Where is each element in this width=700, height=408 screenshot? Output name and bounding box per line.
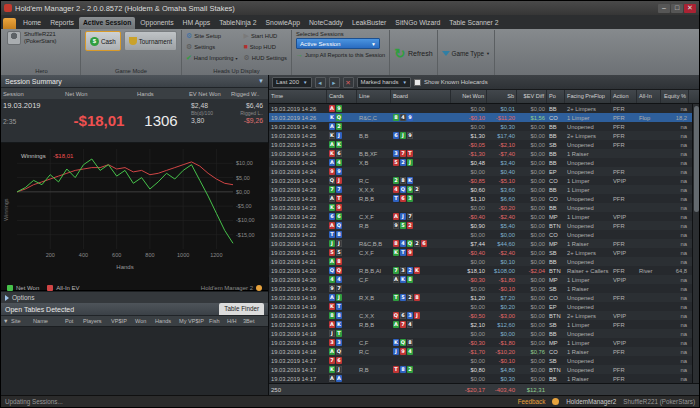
- options-bar[interactable]: Options: [1, 291, 268, 303]
- open-tables-col-vpip[interactable]: VP$IP: [109, 318, 133, 324]
- open-tables-col-hh[interactable]: H/H: [225, 318, 241, 324]
- jump-all-reports-button[interactable]: → Jump All Reports to this Session: [296, 51, 385, 59]
- ribbon-tab-hm-apps[interactable]: HM Apps: [179, 17, 215, 29]
- filter-icon[interactable]: ▼: [1, 318, 9, 324]
- refresh-button[interactable]: ↻ Refresh: [394, 47, 432, 60]
- open-tables-col-myvpip[interactable]: My VP$IP: [177, 318, 207, 324]
- hand-row[interactable]: 19.03.2019 14:24QJR,C28K-$0,85-$5,10$0,0…: [269, 176, 692, 185]
- hands-col-time[interactable]: Time: [269, 90, 327, 103]
- hands-col-line[interactable]: Line: [357, 90, 391, 103]
- next-icon[interactable]: ▸: [329, 77, 340, 88]
- open-tables-col-hands[interactable]: Hands: [153, 318, 177, 324]
- start-hud-button[interactable]: ▶Start HUD: [244, 31, 287, 41]
- prev-icon[interactable]: ◂: [315, 77, 326, 88]
- hud-settings-button[interactable]: ⚙HUD Settings: [244, 53, 287, 63]
- hands-col-action[interactable]: Action: [611, 90, 637, 103]
- ribbon-tab-reports[interactable]: Reports: [46, 17, 78, 29]
- hand-row[interactable]: 19.03.2019 14:2499$0,00$0,40$0,00EPUnope…: [269, 167, 692, 176]
- hands-col-sb[interactable]: Sb: [487, 90, 517, 103]
- app-menu-button[interactable]: [3, 18, 16, 29]
- hand-row[interactable]: 19.03.2019 14:26A9$0,00$0,01$0,00BB2+ Li…: [269, 104, 692, 113]
- hands-col-po[interactable]: Po: [547, 90, 565, 103]
- hero-selector[interactable]: ShuffleR221 (PokerStars): [24, 31, 76, 44]
- game-type-dropdown[interactable]: Game Type ▼: [442, 50, 490, 57]
- ribbon-tab-opponents[interactable]: Opponents: [136, 17, 177, 29]
- cash-button[interactable]: $ Cash: [85, 31, 121, 51]
- hand-row[interactable]: 19.03.2019 14:2155C,X,FKT9-$0,40-$2,40$0…: [269, 248, 692, 257]
- hand-row[interactable]: 19.03.2019 14:21JJR&C,B,B84Q26$7,44$44,6…: [269, 239, 692, 248]
- hand-row[interactable]: 19.03.2019 14:25K6B,B,XF37T-$1,30-$7,40$…: [269, 149, 692, 158]
- table-finder-tab[interactable]: Table Finder: [219, 303, 264, 315]
- hand-row[interactable]: 19.03.2019 14:18JT$0,00$0,00$0,00BBUnope…: [269, 329, 692, 338]
- hand-row[interactable]: 19.03.2019 14:18AQR,CJ94-$1,70-$10,20$0,…: [269, 347, 692, 356]
- ribbon-tab-snowieapp[interactable]: SnowieApp: [262, 17, 304, 29]
- hands-col-equity-[interactable]: Equity %: [661, 90, 689, 103]
- marked-hands-dropdown[interactable]: Marked hands▼: [357, 77, 412, 88]
- ribbon-tab-notecaddy[interactable]: NoteCaddy: [305, 17, 347, 29]
- ribbon-tab-sitngo-wizard[interactable]: SitNGo Wizard: [391, 17, 444, 29]
- hands-col-cards[interactable]: Cards: [327, 90, 357, 103]
- hand-row[interactable]: 19.03.2019 14:19AKR,B,BA74$2,10$12,60$0,…: [269, 320, 692, 329]
- hand-importing-button[interactable]: ✔Hand Importing▾: [186, 53, 238, 63]
- hand-row[interactable]: 19.03.2019 14:25KJB,B6J9$1,30$17,40$0,00…: [269, 131, 692, 140]
- hand-row[interactable]: 19.03.2019 14:17KJR,BT82$0,80$4,80$0,00B…: [269, 365, 692, 374]
- ribbon-tab-table-scanner-2[interactable]: Table Scanner 2: [445, 17, 502, 29]
- maximize-button[interactable]: □: [671, 4, 683, 13]
- hand-row[interactable]: 19.03.2019 14:20QQR,B,B,AI732K$18,10$108…: [269, 266, 692, 275]
- close-button[interactable]: ✕: [684, 4, 696, 13]
- ribbon-tab-home[interactable]: Home: [19, 17, 45, 29]
- stop-hud-button[interactable]: ■Stop HUD: [244, 42, 287, 52]
- hand-row[interactable]: 19.03.2019 14:1833C,FKQ8-$0,30-$1,80$0,0…: [269, 338, 692, 347]
- hands-col--ev-diff[interactable]: $EV Diff: [517, 90, 547, 103]
- tournament-button[interactable]: Tournament: [124, 31, 177, 51]
- hand-row[interactable]: 19.03.2019 14:2266C,X,FAJ7-$0,40-$2,40$0…: [269, 212, 692, 221]
- settings-button[interactable]: ⚙Settings: [186, 42, 238, 52]
- open-tables-col-site[interactable]: Site: [9, 318, 31, 324]
- feedback-link[interactable]: Feedback: [518, 398, 546, 405]
- open-tables-col-won[interactable]: Won: [133, 318, 153, 324]
- hands-grid-header: TimeCardsLineBoardNet WonSb$EV DiffPoFac…: [269, 90, 699, 104]
- vertical-scrollbar[interactable]: [692, 104, 699, 383]
- last-hands-dropdown[interactable]: Last 200▼: [272, 77, 312, 88]
- hand-row[interactable]: 19.03.2019 14:21A8$0,00$0,10$0,00BBUnope…: [269, 257, 692, 266]
- hand-row[interactable]: 19.03.2019 14:26A2$0,00$0,30$0,00BBUnope…: [269, 122, 692, 131]
- hands-col-board[interactable]: Board: [391, 90, 451, 103]
- hands-col-all-in[interactable]: All-In: [637, 90, 661, 103]
- hand-row[interactable]: 19.03.2019 14:23K9$0,00-$0,20$0,00BBUnop…: [269, 203, 692, 212]
- site-setup-button[interactable]: ⚙Site Setup: [186, 31, 238, 41]
- hand-row[interactable]: 19.03.2019 14:23ATR,B,BT63$1,10$6,60$0,0…: [269, 194, 692, 203]
- hand-row[interactable]: 19.03.2019 14:2044C,FAK8-$0,30-$1,80$0,0…: [269, 275, 692, 284]
- minimize-button[interactable]: –: [658, 4, 670, 13]
- ribbon-tab-active-session[interactable]: Active Session: [79, 17, 135, 29]
- card: T: [407, 150, 413, 157]
- hand-row[interactable]: 19.03.2019 14:24A4X,B52J$0,48$3,40$0,00B…: [269, 158, 692, 167]
- hand-row[interactable]: 19.03.2019 14:25AK-$0,05-$2,10$0,00SBUno…: [269, 140, 692, 149]
- hand-row[interactable]: 19.03.2019 14:26KQR&C,C849-$0,10-$11,20$…: [269, 113, 692, 122]
- hands-col-net-won[interactable]: Net Won: [451, 90, 487, 103]
- open-tables-col-fish[interactable]: Fish: [207, 318, 225, 324]
- hand-row[interactable]: 19.03.2019 14:19AJR,X,BT528$1,20$7,20$0,…: [269, 293, 692, 302]
- summary-row[interactable]: 19.03.2019 2:35 -$18,01 1306 $2,48 $6,46…: [1, 99, 268, 143]
- hand-row[interactable]: 19.03.2019 14:22AQR,B952$0,90$5,40$0,00B…: [269, 221, 692, 230]
- session-summary-header[interactable]: Session Summary ▼: [1, 75, 268, 88]
- ribbon-tab-leakbuster[interactable]: LeakBuster: [348, 17, 390, 29]
- hand-row[interactable]: 19.03.2019 14:2097$0,00-$0,10$0,00SB1 Ra…: [269, 284, 692, 293]
- ribbon-tab-tableninja-2[interactable]: TableNinja 2: [215, 17, 260, 29]
- hand-row[interactable]: 19.03.2019 14:22T8$0,00$0,00$0,00COUnope…: [269, 230, 692, 239]
- open-tables-col-name[interactable]: Name: [31, 318, 63, 324]
- scrollbar-thumb[interactable]: [694, 106, 699, 212]
- hand-row[interactable]: 19.03.2019 14:19KT$0,00$0,20$0,00EPUnope…: [269, 302, 692, 311]
- show-holecards-checkbox[interactable]: [414, 79, 421, 86]
- session-dropdown[interactable]: Active Session▼: [296, 38, 380, 49]
- open-tables-col-pot[interactable]: Pot: [63, 318, 81, 324]
- hand-row[interactable]: 19.03.2019 14:1988C,X,XQ63J-$0,50-$3,00$…: [269, 311, 692, 320]
- card: Q: [329, 177, 335, 184]
- open-tables-col-players[interactable]: Players: [81, 318, 109, 324]
- hand-row[interactable]: 19.03.2019 14:17AA$0,00$0,30$0,00BB1 Rai…: [269, 374, 692, 383]
- open-tables-col-3bet[interactable]: 3Bet: [241, 318, 259, 324]
- close-icon[interactable]: ✕: [343, 77, 354, 88]
- hand-row[interactable]: 19.03.2019 14:2377X,X,X4Q92$0,60$3,60$0,…: [269, 185, 692, 194]
- hand-row[interactable]: 19.03.2019 14:1776$0,00-$0,10$0,00SBUnop…: [269, 356, 692, 365]
- collapse-chevron-icon[interactable]: ▼: [258, 78, 264, 84]
- hands-col-facing-preflop[interactable]: Facing PreFlop: [565, 90, 611, 103]
